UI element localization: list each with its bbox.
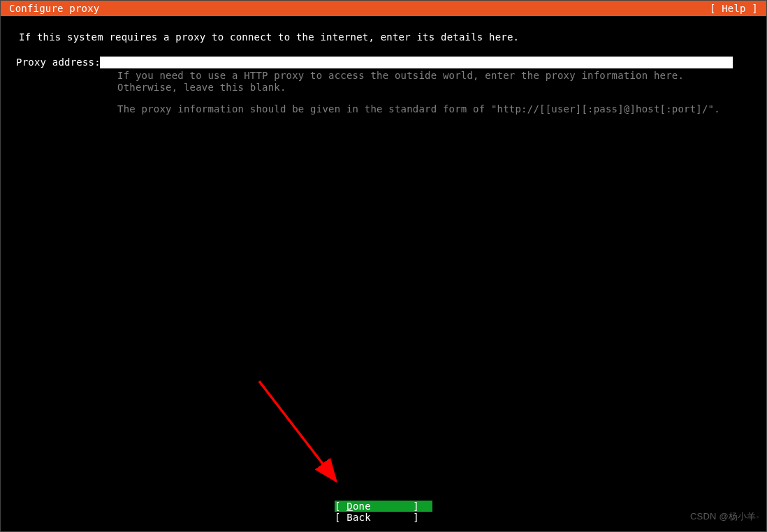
watermark: CSDN @杨小羊- — [690, 510, 759, 523]
intro-text: If this system requires a proxy to conne… — [15, 31, 752, 43]
proxy-help-text: If you need to use a HTTP proxy to acces… — [117, 70, 724, 114]
content-area: If this system requires a proxy to conne… — [1, 16, 766, 114]
help-paragraph-2: The proxy information should be given in… — [117, 103, 724, 115]
help-paragraph-1: If you need to use a HTTP proxy to acces… — [117, 70, 724, 94]
done-button[interactable]: [ Done ] — [335, 501, 432, 512]
footer-buttons: [ Done ] [ Back ] — [1, 501, 766, 523]
page-title: Configure proxy — [9, 1, 99, 16]
header-bar: Configure proxy [ Help ] — [1, 1, 766, 16]
help-button[interactable]: [ Help ] — [710, 1, 758, 16]
back-button[interactable]: [ Back ] — [335, 512, 432, 523]
proxy-address-label: Proxy address: — [15, 57, 100, 68]
proxy-address-input[interactable] — [100, 57, 733, 68]
proxy-address-row: Proxy address: — [15, 57, 752, 68]
svg-line-1 — [259, 381, 336, 481]
